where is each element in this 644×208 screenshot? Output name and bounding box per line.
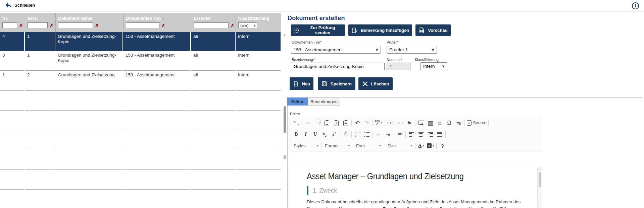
table-icon[interactable]: ▦	[427, 119, 434, 127]
special-character-icon[interactable]: Ω	[446, 119, 453, 127]
remove-format-icon[interactable]: Tx	[342, 130, 349, 138]
undo-icon[interactable]: ↶	[354, 119, 361, 127]
clear-filter-icon[interactable]: ✗	[231, 23, 235, 28]
table-row[interactable]: 12Grundlagen und Zielsetzung153 - Assetm…	[0, 71, 281, 91]
pdf-icon: PDF	[418, 27, 425, 33]
filter-input-2[interactable]	[28, 22, 48, 28]
number-input[interactable]	[387, 63, 410, 70]
horizontal-line-icon[interactable]: ≣	[436, 119, 444, 127]
content-scrollbar-thumb[interactable]	[539, 172, 541, 187]
clear-filter-icon[interactable]: ✗	[161, 23, 165, 28]
background-color-icon[interactable]: A▾	[427, 142, 434, 150]
table-cell	[55, 130, 122, 150]
delete-button[interactable]: Löschen	[358, 77, 393, 90]
empty-table-row	[0, 150, 281, 170]
indent-icon[interactable]: ⇥	[384, 130, 392, 138]
classification-select[interactable]: Intern ∨	[420, 62, 447, 70]
align-justify-icon[interactable]	[436, 130, 443, 138]
source-button[interactable]: ‹›Source	[467, 119, 487, 127]
table-cell: 153 - Assetmanagement	[123, 32, 190, 51]
table-row[interactable]: 31Grundlagen und Zielsetzung-Kopie153 - …	[0, 51, 281, 71]
format-dropdown[interactable]: Format▾	[324, 142, 351, 150]
new-button[interactable]: Neu	[290, 77, 313, 90]
italic-icon[interactable]: I	[302, 130, 309, 138]
send-for-review-button[interactable]: Zur Prüfung senden	[291, 24, 345, 36]
subscript-icon[interactable]: x2	[321, 130, 328, 138]
clear-filter-icon[interactable]: ✗	[19, 23, 23, 28]
column-header-5[interactable]: Ersteller✗	[191, 13, 236, 32]
table-cell	[191, 91, 235, 111]
tab-bemerkungen[interactable]: Bemerkungen	[308, 97, 340, 106]
underline-icon[interactable]: U	[311, 130, 319, 138]
add-remark-button[interactable]: Bemerkung hinzufügen	[348, 24, 412, 36]
table-cell	[25, 130, 55, 150]
align-left-icon[interactable]	[408, 130, 415, 138]
paste-from-word-icon[interactable]: W	[342, 119, 349, 127]
preview-button[interactable]: PDF Vorschau	[415, 24, 451, 36]
toolbar-separator	[464, 120, 465, 126]
table-scroll-up-icon[interactable]: ▴	[282, 33, 287, 36]
paste-icon[interactable]	[323, 119, 331, 127]
anchor-flag-icon[interactable]: ⚑	[406, 119, 413, 127]
table-cell	[55, 190, 122, 208]
outdent-icon[interactable]: ⇤	[375, 130, 382, 138]
maximize-icon[interactable]: ↖↘	[293, 119, 300, 127]
redo-icon[interactable]: ↷	[363, 119, 370, 127]
info-icon[interactable]: i	[632, 2, 639, 9]
blockquote-icon[interactable]: ””	[396, 130, 403, 138]
editor-content-area[interactable]: Asset Manager – Grundlagen und Zielsetzu…	[290, 167, 542, 208]
classification-filter-select[interactable]: (alle)∨	[238, 22, 257, 28]
bold-icon[interactable]: B	[293, 130, 300, 138]
save-button[interactable]: Speichern	[318, 77, 355, 90]
column-header-6[interactable]: Klassifizierung(alle)∨	[236, 13, 281, 32]
table-cell	[236, 190, 281, 208]
align-right-icon[interactable]	[427, 130, 434, 138]
copy-icon[interactable]	[314, 119, 321, 127]
font-dropdown[interactable]: Font▾	[355, 142, 382, 150]
tab-editor[interactable]: Editor	[287, 97, 308, 106]
clear-filter-icon[interactable]: ✗	[95, 23, 99, 28]
table-cell: Grundlagen und Zielsetzung-Kopie	[55, 32, 122, 51]
cut-icon[interactable]: ✂	[304, 119, 312, 127]
content-scrollbar[interactable]: ▴	[537, 167, 542, 208]
splitter-handle[interactable]	[284, 155, 286, 159]
text-color-icon[interactable]: A▾	[417, 142, 425, 150]
reviewer-select[interactable]: Pruefer 1 ∨	[387, 46, 437, 54]
close-button[interactable]: Schließen	[5, 2, 35, 9]
empty-table-row	[0, 170, 281, 190]
bulleted-list-icon[interactable]: ••	[363, 130, 370, 138]
unlink-icon[interactable]	[396, 119, 404, 127]
toolbar-separator	[321, 143, 322, 149]
filter-input-3[interactable]	[58, 22, 93, 28]
filter-input-1[interactable]	[2, 22, 17, 28]
designation-input[interactable]	[291, 63, 385, 70]
table-cell: 3	[0, 51, 24, 71]
table-cell	[191, 170, 235, 190]
superscript-icon[interactable]: x2	[330, 130, 338, 138]
clear-filter-icon[interactable]: ✗	[50, 23, 54, 28]
help-icon[interactable]: ?	[439, 142, 446, 150]
column-header-2[interactable]: Vers.✗	[25, 13, 55, 32]
table-scrollbar-thumb[interactable]	[284, 106, 286, 133]
editor-toolbar: ↖↘✂TW↶↷ABC✓▾⚑▦≣Ω↹‹›Source BIUx2x2Tx12••⇤…	[290, 117, 542, 151]
page-break-icon[interactable]: ↹	[455, 119, 462, 127]
paste-as-text-icon[interactable]: T	[333, 119, 340, 127]
table-cell	[236, 150, 281, 170]
styles-dropdown[interactable]: Styles▾	[293, 142, 319, 150]
image-icon[interactable]	[417, 119, 425, 127]
column-header-3[interactable]: Dokument Name✗	[55, 13, 123, 32]
filter-input-5[interactable]	[194, 22, 229, 28]
table-cell: ali	[191, 51, 235, 71]
numbered-list-icon[interactable]: 12	[354, 130, 361, 138]
table-row[interactable]: 41Grundlagen und Zielsetzung-Kopie153 - …	[0, 32, 281, 51]
content-scroll-up-icon[interactable]: ▴	[538, 168, 542, 171]
size-dropdown[interactable]: Size▾	[386, 142, 413, 150]
spellcheck-icon[interactable]: ABC✓▾	[375, 119, 383, 127]
document-type-select[interactable]: 153 - Assetmanagement ∨	[291, 46, 381, 54]
link-icon[interactable]	[387, 119, 394, 127]
column-header-4[interactable]: Dokumenten Typ▼✗	[123, 13, 191, 32]
table-cell: Grundlagen und Zielsetzung-Kopie	[55, 51, 122, 71]
column-header-1[interactable]: Nr.✗	[0, 13, 25, 32]
align-center-icon[interactable]	[417, 130, 425, 138]
filter-input-4[interactable]	[126, 22, 159, 28]
